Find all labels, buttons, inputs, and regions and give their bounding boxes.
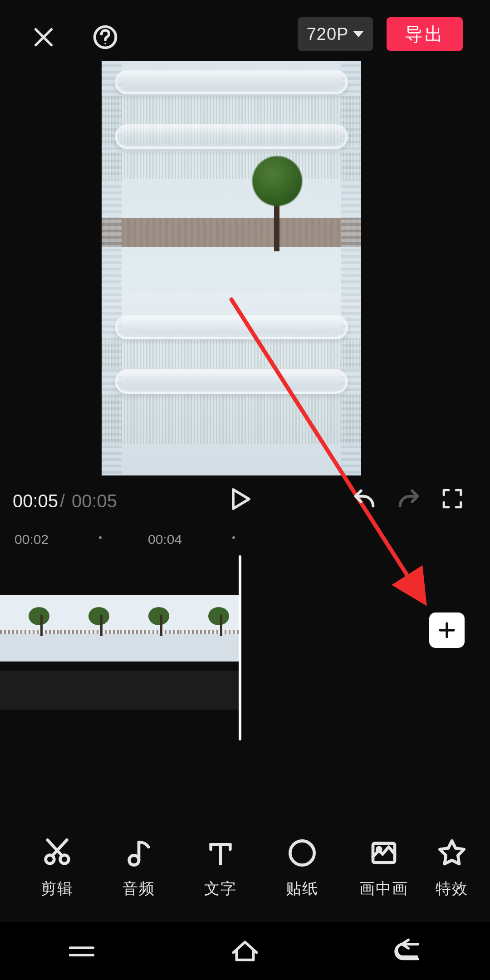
tool-label: 特效 <box>436 878 468 899</box>
nav-menu-button[interactable] <box>48 933 116 969</box>
close-icon <box>32 25 55 49</box>
back-icon <box>391 938 426 964</box>
preview-scene <box>102 218 361 247</box>
resolution-label: 720P <box>307 24 349 44</box>
preview-effect <box>115 369 348 394</box>
preview-effect <box>115 315 348 339</box>
preview-effect <box>115 70 348 94</box>
video-track[interactable] <box>0 595 240 662</box>
preview-effect <box>102 152 361 179</box>
tool-text[interactable]: 文字 <box>180 822 261 917</box>
tool-audio[interactable]: 音频 <box>98 822 180 917</box>
music-note-icon <box>124 838 153 867</box>
tool-pip[interactable]: 画中画 <box>343 822 425 917</box>
ruler-label: 00:04 <box>148 532 182 547</box>
add-clip-button[interactable] <box>429 612 465 648</box>
export-button[interactable]: 导出 <box>387 17 463 51</box>
undo-icon <box>351 486 377 513</box>
tool-label: 音频 <box>122 878 155 899</box>
toolbar: 剪辑 音频 文字 贴纸 画中画 <box>0 822 490 917</box>
system-nav <box>0 922 490 980</box>
nav-home-button[interactable] <box>211 933 279 969</box>
redo-button <box>396 486 424 514</box>
home-icon <box>227 938 263 964</box>
tool-fx[interactable]: 特效 <box>425 822 479 917</box>
menu-icon <box>66 941 98 961</box>
fullscreen-button[interactable] <box>441 487 467 514</box>
clip-thumbnail <box>120 595 180 662</box>
clip-thumbnail <box>0 595 60 662</box>
tool-cut[interactable]: 剪辑 <box>16 822 98 917</box>
tool-label: 画中画 <box>359 878 408 899</box>
close-button[interactable] <box>27 21 60 54</box>
fullscreen-icon <box>441 487 464 510</box>
ruler-dot <box>232 536 235 539</box>
resolution-button[interactable]: 720P <box>298 17 373 51</box>
svg-marker-5 <box>233 490 249 509</box>
preview-effect <box>115 124 348 149</box>
video-preview[interactable] <box>102 61 361 475</box>
playhead[interactable] <box>239 555 241 740</box>
audio-track[interactable] <box>0 671 240 710</box>
picture-in-picture-icon <box>369 838 398 867</box>
scissors-icon <box>43 838 72 867</box>
svg-point-3 <box>104 43 106 44</box>
tool-label: 文字 <box>204 878 237 899</box>
preview-effect <box>102 394 361 444</box>
plus-icon <box>437 620 457 640</box>
tool-sticker[interactable]: 贴纸 <box>261 822 343 917</box>
help-button[interactable] <box>89 21 122 54</box>
time-current: 00:05 <box>13 491 58 511</box>
chevron-down-icon <box>353 31 364 37</box>
tool-label: 贴纸 <box>286 878 318 899</box>
sticker-icon <box>288 838 317 867</box>
star-icon <box>437 838 466 867</box>
clip-thumbnail <box>60 595 120 662</box>
ruler-dot <box>99 536 102 539</box>
time-separator: / <box>60 491 65 511</box>
help-icon <box>93 24 118 50</box>
time-duration: 00:05 <box>72 491 117 511</box>
export-label: 导出 <box>405 22 445 47</box>
tool-label: 剪辑 <box>41 878 74 899</box>
undo-button[interactable] <box>351 486 379 514</box>
ruler-label: 00:02 <box>15 532 49 547</box>
clip-thumbnail <box>180 595 240 662</box>
nav-back-button[interactable] <box>374 933 442 969</box>
text-t-icon <box>206 838 235 867</box>
redo-icon <box>396 486 422 513</box>
play-icon <box>227 486 252 512</box>
timeline-ruler[interactable]: 00:02 00:04 <box>0 529 490 554</box>
preview-effect <box>102 339 361 369</box>
play-button[interactable] <box>227 486 255 514</box>
